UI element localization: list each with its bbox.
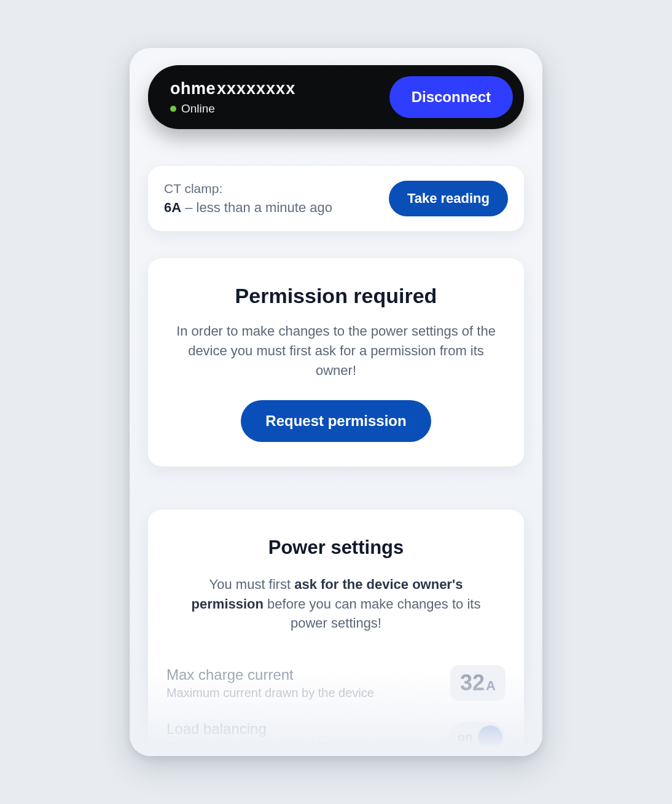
- device-brand: ohme: [170, 79, 216, 98]
- setting-load-balancing: Load balancing Requires correctly instal…: [166, 711, 506, 756]
- device-name: ohme xxxxxxxx: [170, 79, 295, 98]
- setting-label: Load balancing: [166, 720, 370, 738]
- permission-description: In order to make changes to the power se…: [170, 321, 502, 380]
- request-permission-button[interactable]: Request permission: [241, 400, 431, 442]
- setting-subtext: Maximum current drawn by the device: [166, 686, 374, 700]
- permission-card: Permission required In order to make cha…: [148, 258, 524, 467]
- ct-clamp-label: CT clamp:: [164, 181, 332, 196]
- ct-clamp-separator: –: [181, 200, 196, 215]
- setting-subtext: Requires correctly installed CT clamp: [166, 740, 370, 754]
- toggle-knob-icon: [478, 725, 502, 750]
- permission-title: Permission required: [170, 284, 502, 308]
- disconnect-button[interactable]: Disconnect: [389, 76, 513, 118]
- device-header-left: ohme xxxxxxxx Online: [170, 79, 295, 116]
- power-desc-suffix: before you can make changes to its power…: [264, 596, 480, 631]
- device-id: xxxxxxxx: [217, 79, 295, 98]
- device-status: Online: [170, 102, 295, 116]
- setting-left: Load balancing Requires correctly instal…: [166, 720, 370, 754]
- device-header: ohme xxxxxxxx Online Disconnect: [148, 65, 524, 129]
- setting-max-charge-current: Max charge current Maximum current drawn…: [166, 655, 506, 711]
- setting-label: Max charge current: [166, 666, 374, 684]
- take-reading-button[interactable]: Take reading: [389, 181, 508, 216]
- power-settings-card: Power settings You must first ask for th…: [148, 510, 524, 756]
- load-balancing-toggle[interactable]: on: [449, 722, 506, 753]
- max-current-value-pill[interactable]: 32A: [450, 665, 506, 701]
- power-settings-title: Power settings: [166, 537, 506, 559]
- power-settings-description: You must first ask for the device owner'…: [166, 575, 506, 634]
- ct-clamp-reading: 6A – less than a minute ago: [164, 200, 332, 216]
- max-current-unit: A: [486, 678, 496, 694]
- toggle-state-label: on: [458, 730, 472, 744]
- app-card: ohme xxxxxxxx Online Disconnect CT clamp…: [130, 48, 542, 756]
- max-current-value: 32: [460, 670, 485, 696]
- setting-left: Max charge current Maximum current drawn…: [166, 666, 374, 700]
- status-text: Online: [181, 102, 215, 116]
- ct-clamp-value: 6: [164, 200, 171, 215]
- status-dot-icon: [170, 106, 176, 112]
- ct-clamp-info: CT clamp: 6A – less than a minute ago: [164, 181, 332, 216]
- ct-clamp-unit: A: [171, 200, 181, 215]
- ct-clamp-card: CT clamp: 6A – less than a minute ago Ta…: [148, 166, 524, 231]
- power-desc-prefix: You must first: [209, 577, 295, 592]
- ct-clamp-time: less than a minute ago: [197, 200, 332, 215]
